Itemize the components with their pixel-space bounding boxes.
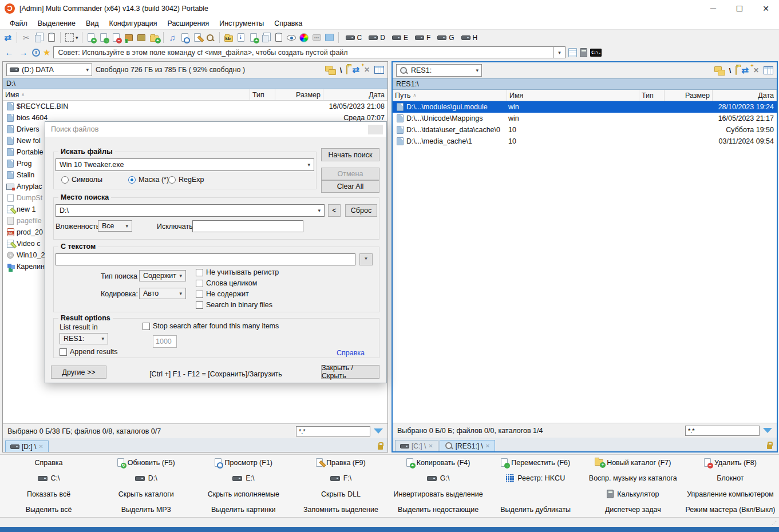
filter-funnel-icon[interactable] [374, 428, 383, 434]
column-date[interactable]: Дата [713, 90, 777, 101]
drive-button[interactable]: F [412, 34, 434, 42]
function-button[interactable]: Блокнот [682, 471, 779, 487]
check-ignore-case[interactable]: Не учитывать регистр [196, 268, 279, 276]
check-append-results[interactable]: Append results [60, 348, 117, 356]
history-icon[interactable] [32, 49, 40, 57]
function-button[interactable]: Справка [0, 455, 97, 471]
result-row[interactable]: D:\...\Unicode\Mappings win 16/05/2023 2… [393, 113, 777, 124]
stop-count-input[interactable] [153, 335, 177, 348]
disconnect-icon[interactable]: ✕ [364, 66, 370, 74]
function-button[interactable]: Диспетчер задач [584, 502, 682, 518]
close-button[interactable]: ✕ [753, 0, 779, 17]
dialog-title-bar[interactable]: Поиск файлов [45, 122, 386, 137]
colors-icon[interactable] [299, 32, 310, 43]
refresh-icon[interactable]: ⇄ [2, 32, 13, 43]
paste-icon[interactable] [46, 32, 57, 43]
menu-item[interactable]: Справка [269, 18, 307, 29]
column-type[interactable]: Тип [639, 90, 665, 101]
function-button[interactable]: E:\ [195, 471, 292, 487]
function-button[interactable]: C:\ [0, 471, 97, 487]
radio-mask[interactable]: Маска (*) [128, 176, 169, 184]
check-whole-words[interactable]: Слова целиком [196, 279, 257, 287]
result-row[interactable]: D:\...\modules\gui.module win 28/10/2023… [393, 101, 777, 113]
refresh-panel-icon[interactable]: ⇄ [741, 65, 749, 76]
reset-button[interactable]: Сброс [345, 204, 377, 217]
view-mode-icon[interactable] [374, 66, 384, 74]
text-search-input[interactable] [56, 253, 355, 265]
right-tab-c[interactable]: [C:] \ ✕ [395, 440, 438, 451]
function-button[interactable]: Обновить (F5) [97, 455, 195, 471]
music-icon[interactable]: ♫ [167, 32, 178, 43]
function-button[interactable]: Инвертировать выделение [390, 486, 487, 502]
file-add-icon[interactable] [248, 32, 259, 43]
cut-icon[interactable]: ✂ [21, 32, 31, 43]
new-file-icon[interactable] [86, 32, 97, 43]
function-button[interactable]: Копировать (F4) [390, 455, 487, 471]
disconnect-icon[interactable]: ✕ [753, 66, 759, 74]
menu-item[interactable]: Инструменты [214, 18, 269, 29]
copy-icon[interactable] [33, 32, 44, 43]
close-tab-icon[interactable]: ✕ [428, 443, 433, 449]
delete-file-icon[interactable] [111, 32, 122, 43]
notes-icon[interactable] [274, 32, 284, 43]
start-search-button[interactable]: Начать поиск [321, 148, 379, 161]
column-name[interactable]: Имя [507, 90, 639, 101]
radio-regexp[interactable]: RegExp [168, 176, 204, 184]
kb-folder-icon[interactable] [223, 32, 234, 43]
function-button[interactable]: Просмотр (F1) [195, 455, 292, 471]
drive-button[interactable]: D [365, 34, 389, 42]
file-info-icon[interactable] [236, 32, 247, 43]
function-button[interactable]: Скрыть исполняемые [195, 486, 292, 502]
command-input[interactable] [53, 46, 553, 58]
close-tab-icon[interactable]: ✕ [38, 443, 43, 450]
function-button[interactable]: Показать всё [0, 486, 97, 502]
function-button[interactable]: Правка (F9) [292, 455, 389, 471]
close-tab-icon[interactable]: ✕ [485, 443, 490, 449]
lock-icon[interactable] [767, 444, 772, 449]
minimize-button[interactable]: ─ [700, 0, 726, 17]
unpack-icon[interactable] [136, 32, 147, 43]
search-type-combo[interactable]: Содержит▾ [139, 270, 186, 281]
function-button[interactable] [487, 486, 584, 502]
copy-path-icon[interactable] [714, 66, 725, 75]
right-tab-res1[interactable]: [RES1:] \ ✕ [440, 440, 495, 451]
star-button[interactable]: * [359, 253, 373, 265]
filter-funnel-icon[interactable] [763, 428, 772, 433]
calculator-icon[interactable] [580, 48, 587, 57]
function-button[interactable]: G:\ [390, 471, 487, 487]
copy-file-icon[interactable] [98, 32, 109, 43]
select-mode-caret-icon[interactable]: ▾ [76, 35, 78, 41]
edit-icon[interactable] [192, 32, 203, 43]
radio-symbols[interactable]: Символы [61, 176, 102, 184]
exclude-input[interactable] [192, 220, 303, 232]
drive-button[interactable]: H [458, 34, 481, 42]
file-row[interactable]: $RECYCLE.BIN 16/05/2023 21:08 [3, 101, 387, 112]
result-row[interactable]: D:\...\media_cache\1 10 03/11/2024 09:54 [393, 136, 777, 147]
column-date[interactable]: Дата [323, 89, 387, 100]
check-binary[interactable]: Search in binary files [196, 301, 272, 309]
right-filter-input[interactable] [685, 426, 760, 436]
function-button[interactable]: Выделить картинки [195, 502, 292, 518]
search-icon[interactable] [205, 32, 216, 43]
cmd-prompt-icon[interactable]: C:\. [590, 49, 602, 57]
right-drive-selector[interactable]: RES1: ▾ [396, 64, 482, 77]
left-drive-selector[interactable]: (D:) DATA ▾ [6, 63, 92, 76]
refresh-panel-icon[interactable]: ⇄ [352, 65, 359, 75]
preview-icon[interactable] [180, 32, 191, 43]
eye-icon[interactable] [286, 32, 297, 43]
drive-button[interactable]: C [342, 34, 366, 42]
file-pages-icon[interactable] [261, 32, 272, 43]
clear-all-button[interactable]: Clear All [321, 180, 379, 193]
function-button[interactable]: Выделить дубликаты [487, 502, 584, 518]
function-button[interactable]: Режим мастера (Вкл/Выкл) [682, 502, 779, 518]
pack-icon[interactable] [124, 32, 135, 43]
left-filter-input[interactable] [296, 426, 370, 436]
function-button[interactable]: Реестр: HKCU [487, 471, 584, 487]
encoding-combo[interactable]: Авто▾ [139, 288, 186, 299]
function-button[interactable]: Переместить (F6) [487, 455, 584, 471]
forward-icon[interactable]: → [18, 47, 29, 57]
check-stop-search[interactable]: Stop search after found this many items [143, 322, 279, 330]
location-combo[interactable]: D:\▾ [56, 204, 325, 217]
left-tab[interactable]: [D:] \ ✕ [5, 440, 49, 452]
back-icon[interactable]: ← [3, 47, 15, 57]
